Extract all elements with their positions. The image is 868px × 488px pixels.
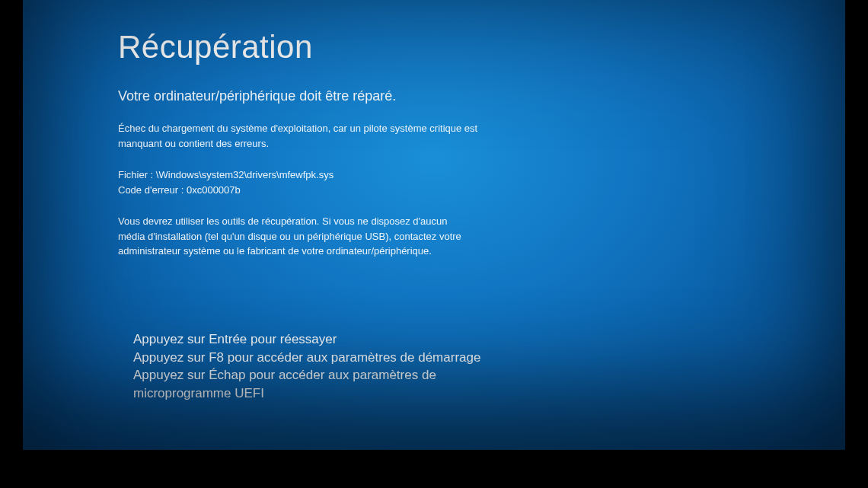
subtitle: Votre ordinateur/périphérique doit être …	[118, 88, 845, 104]
page-title: Récupération	[118, 29, 845, 65]
key-prompts: Appuyez sur Entrée pour réessayer Appuye…	[133, 330, 483, 403]
error-details: Fichier : \Windows\system32\drivers\mfew…	[118, 167, 845, 197]
key-f8: Appuyez sur F8 pour accéder aux paramètr…	[133, 349, 483, 367]
file-label: Fichier :	[118, 169, 153, 180]
key-enter: Appuyez sur Entrée pour réessayer	[133, 330, 483, 349]
file-line: Fichier : \Windows\system32\drivers\mfew…	[118, 167, 845, 183]
instruction-text: Vous devrez utiliser les outils de récup…	[118, 214, 468, 259]
file-path: \Windows\system32\drivers\mfewfpk.sys	[156, 169, 333, 180]
error-code-line: Code d'erreur : 0xc000007b	[118, 183, 845, 198]
error-code-label: Code d'erreur :	[118, 184, 183, 196]
error-message: Échec du chargement du système d'exploit…	[118, 121, 483, 151]
recovery-screen: Récupération Votre ordinateur/périphériq…	[23, 0, 845, 450]
error-code-value: 0xc000007b	[187, 184, 241, 196]
key-esc: Appuyez sur Échap pour accéder aux param…	[133, 366, 483, 403]
